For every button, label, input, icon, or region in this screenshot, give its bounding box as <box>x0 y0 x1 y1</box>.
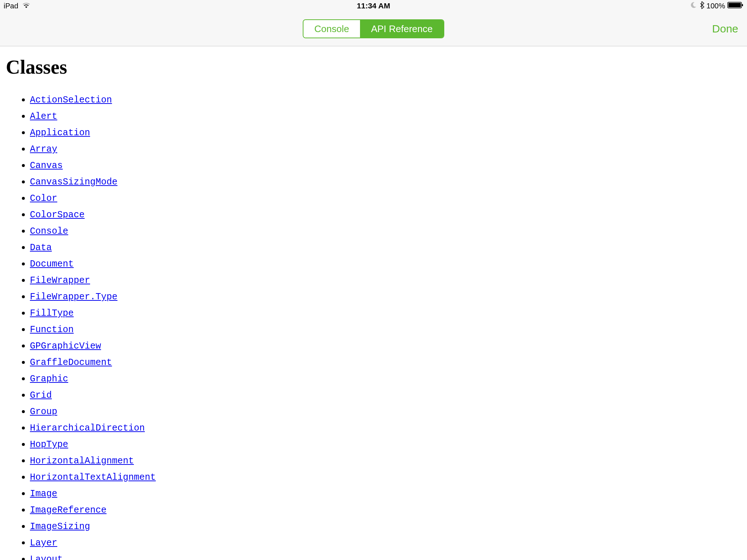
class-link[interactable]: FillType <box>30 308 74 319</box>
list-item: Document <box>30 256 741 272</box>
list-item: ImageSizing <box>30 518 741 534</box>
status-right: 100% <box>690 1 743 11</box>
list-item: Array <box>30 141 741 157</box>
class-link[interactable]: ImageReference <box>30 505 107 516</box>
list-item: HorizontalAlignment <box>30 452 741 469</box>
list-item: FillType <box>30 305 741 321</box>
list-item: Group <box>30 403 741 420</box>
class-list: ActionSelectionAlertApplicationArrayCanv… <box>6 92 741 560</box>
class-link[interactable]: Layer <box>30 538 57 548</box>
class-link[interactable]: Graphic <box>30 374 68 384</box>
do-not-disturb-icon <box>690 1 697 11</box>
list-item: HorizontalTextAlignment <box>30 469 741 485</box>
nav-bar: Console API Reference Done <box>0 12 747 46</box>
class-link[interactable]: Data <box>30 242 52 253</box>
list-item: FileWrapper <box>30 272 741 288</box>
segment-console[interactable]: Console <box>303 20 360 38</box>
class-link[interactable]: Group <box>30 407 57 417</box>
device-label: iPad <box>4 2 18 10</box>
class-link[interactable]: GPGraphicView <box>30 341 101 351</box>
class-link[interactable]: Alert <box>30 111 57 122</box>
battery-icon <box>727 1 743 11</box>
class-link[interactable]: HierarchicalDirection <box>30 423 145 433</box>
class-link[interactable]: Grid <box>30 390 52 401</box>
segment-api-reference[interactable]: API Reference <box>360 20 444 38</box>
list-item: ActionSelection <box>30 92 741 108</box>
list-item: Canvas <box>30 157 741 174</box>
status-left: iPad <box>4 1 31 11</box>
svg-rect-1 <box>728 3 741 7</box>
list-item: Layer <box>30 534 741 551</box>
class-link[interactable]: GraffleDocument <box>30 357 112 368</box>
list-item: ImageReference <box>30 502 741 518</box>
list-item: Layout <box>30 551 741 560</box>
page-title: Classes <box>6 56 741 78</box>
class-link[interactable]: Function <box>30 324 74 335</box>
class-link[interactable]: HopType <box>30 439 68 450</box>
class-link[interactable]: ImageSizing <box>30 521 90 532</box>
class-link[interactable]: HorizontalAlignment <box>30 456 134 466</box>
list-item: Grid <box>30 387 741 403</box>
class-link[interactable]: Array <box>30 144 57 155</box>
class-link[interactable]: FileWrapper.Type <box>30 292 117 302</box>
class-link[interactable]: Canvas <box>30 160 63 171</box>
list-item: HierarchicalDirection <box>30 420 741 436</box>
class-link[interactable]: FileWrapper <box>30 275 90 286</box>
status-bar: iPad 11:34 AM 100% <box>0 0 747 12</box>
list-item: FileWrapper.Type <box>30 288 741 305</box>
class-link[interactable]: Layout <box>30 554 63 560</box>
list-item: HopType <box>30 436 741 452</box>
list-item: Console <box>30 223 741 239</box>
svg-rect-2 <box>742 4 743 6</box>
list-item: ColorSpace <box>30 206 741 223</box>
list-item: Color <box>30 190 741 206</box>
list-item: Image <box>30 485 741 502</box>
list-item: Function <box>30 321 741 338</box>
segmented-control[interactable]: Console API Reference <box>303 19 445 38</box>
class-link[interactable]: Console <box>30 226 68 237</box>
list-item: GPGraphicView <box>30 338 741 354</box>
battery-percent: 100% <box>707 2 725 10</box>
list-item: Alert <box>30 108 741 124</box>
class-link[interactable]: ActionSelection <box>30 95 112 105</box>
class-link[interactable]: ColorSpace <box>30 210 85 220</box>
list-item: Graphic <box>30 370 741 387</box>
class-link[interactable]: HorizontalTextAlignment <box>30 472 156 483</box>
class-link[interactable]: Application <box>30 128 90 138</box>
bluetooth-icon <box>699 1 704 11</box>
class-link[interactable]: CanvasSizingMode <box>30 177 117 187</box>
class-link[interactable]: Image <box>30 489 57 499</box>
list-item: Data <box>30 239 741 256</box>
content-area: Classes ActionSelectionAlertApplicationA… <box>0 46 747 560</box>
wifi-icon <box>22 1 31 11</box>
list-item: CanvasSizingMode <box>30 174 741 190</box>
list-item: Application <box>30 124 741 141</box>
class-link[interactable]: Color <box>30 193 57 204</box>
status-time: 11:34 AM <box>357 1 390 10</box>
done-button[interactable]: Done <box>712 23 738 35</box>
class-link[interactable]: Document <box>30 259 74 269</box>
list-item: GraffleDocument <box>30 354 741 370</box>
